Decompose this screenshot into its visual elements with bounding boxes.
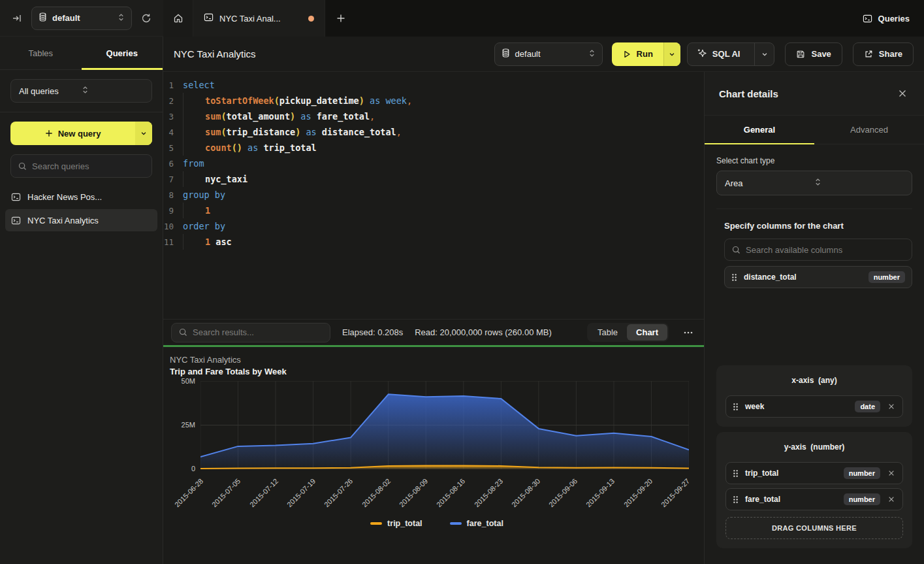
code-line[interactable]: 1select: [163, 77, 704, 93]
column-item-fare_total[interactable]: fare_totalnumber: [725, 488, 903, 510]
columns-heading: Specify columns for the chart: [724, 221, 912, 231]
new-query-dropdown[interactable]: [135, 122, 152, 145]
run-database-selector[interactable]: default: [494, 42, 603, 66]
sql-ai-dropdown[interactable]: [754, 43, 774, 65]
tab-advanced[interactable]: Advanced: [814, 116, 924, 144]
code-text: nyc_taxi: [183, 171, 247, 187]
chart-details-title: Chart details: [719, 88, 895, 99]
tab-nyc-taxi-analytics[interactable]: NYC Taxi Anal...: [193, 0, 325, 37]
query-search-input[interactable]: [32, 161, 144, 171]
line-number: 10: [163, 222, 183, 231]
code-line[interactable]: 10order by: [163, 218, 704, 234]
more-options-button[interactable]: [680, 325, 696, 340]
column-name: trip_total: [745, 469, 837, 478]
close-panel-button[interactable]: [895, 86, 910, 101]
remove-column-icon[interactable]: [887, 469, 896, 478]
code-line[interactable]: 5count() as trip_total: [163, 140, 704, 156]
plus-icon: [336, 14, 345, 23]
run-options-dropdown[interactable]: [663, 42, 680, 66]
code-line[interactable]: 2toStartOfWeek(pickup_datetime) as week,: [163, 93, 704, 108]
query-filter-select[interactable]: All queries: [10, 79, 152, 103]
drag-handle-icon[interactable]: [733, 469, 739, 478]
code-line[interactable]: 6from: [163, 156, 704, 171]
chart-title: NYC Taxi Analytics: [170, 355, 704, 365]
line-number: 7: [163, 174, 183, 184]
results-search-input[interactable]: [193, 327, 323, 337]
tab-label: Advanced: [850, 125, 888, 135]
terminal-icon: [204, 12, 214, 24]
view-toggle-chart[interactable]: Chart: [627, 324, 667, 340]
chart-subtitle: Trip and Fare Totals by Week: [170, 367, 704, 376]
line-number: 9: [163, 206, 183, 216]
remove-column-icon[interactable]: [887, 495, 896, 504]
legend-label: trip_total: [387, 519, 422, 528]
legend-swatch: [450, 522, 462, 525]
save-button[interactable]: Save: [785, 42, 842, 66]
remove-column-icon[interactable]: [887, 402, 896, 411]
new-tab-button[interactable]: [325, 0, 357, 37]
code-line[interactable]: 4sum(trip_distance) as distance_total,: [163, 124, 704, 140]
y-axis-tick: 25M: [170, 421, 200, 429]
column-name: fare_total: [745, 495, 837, 504]
results-toolbar: Elapsed: 0.208s Read: 20,000,000 rows (2…: [163, 319, 704, 345]
app-window: default NYC Taxi Anal...: [0, 0, 924, 564]
query-list-item[interactable]: Hacker News Pos...: [5, 186, 157, 208]
column-item-distance_total[interactable]: distance_totalnumber: [724, 266, 912, 288]
y-axis-card: y-axis (number) trip_totalnumberfare_tot…: [716, 432, 912, 548]
columns-search: [724, 239, 912, 261]
database-icon: [39, 12, 47, 24]
x-axis-label: 2015-08-02: [349, 477, 392, 520]
code-line[interactable]: 7nyc_taxi: [163, 171, 704, 187]
columns-search-input[interactable]: [746, 245, 904, 255]
drag-handle-icon[interactable]: [733, 403, 739, 411]
query-list-item[interactable]: NYC Taxi Analytics: [5, 209, 157, 231]
code-line[interactable]: 111 asc: [163, 234, 704, 250]
search-icon: [732, 246, 741, 254]
home-tab-button[interactable]: [163, 0, 193, 37]
line-number: 3: [163, 112, 183, 122]
column-item-trip_total[interactable]: trip_totalnumber: [725, 462, 903, 484]
code-line[interactable]: 91: [163, 203, 704, 218]
tab-label: General: [744, 125, 775, 135]
tab-general[interactable]: General: [705, 116, 814, 144]
queries-button[interactable]: Queries: [848, 0, 924, 37]
y-axis-items: trip_totalnumberfare_totalnumber: [725, 462, 903, 510]
play-icon: [622, 50, 631, 59]
chevron-updown-icon: [118, 13, 125, 24]
close-icon: [898, 89, 907, 98]
drag-handle-icon[interactable]: [733, 495, 739, 504]
elapsed-time: Elapsed: 0.208s: [342, 327, 403, 337]
column-item-week[interactable]: weekdate: [725, 395, 903, 418]
query-list: Hacker News Pos...NYC Taxi Analytics: [5, 186, 157, 231]
code-text: order by: [183, 218, 225, 234]
code-line[interactable]: 8group by: [163, 187, 704, 203]
run-database-value: default: [515, 49, 583, 59]
sidebar-tab-tables[interactable]: Tables: [0, 37, 82, 69]
code-text: 1: [183, 203, 210, 218]
refresh-button[interactable]: [138, 10, 154, 26]
code-text: sum(total_amount) as fare_total,: [183, 108, 375, 124]
chart-details-panel: Chart details General Advanced: [704, 72, 924, 564]
sidebar-tab-queries[interactable]: Queries: [82, 37, 163, 69]
sql-ai-button[interactable]: SQL AI: [687, 42, 775, 66]
x-axis-label: 2015-08-16: [424, 477, 466, 520]
chevron-down-icon: [669, 51, 675, 58]
run-button[interactable]: Run: [612, 42, 680, 66]
collapse-sidebar-button[interactable]: [9, 10, 25, 26]
drop-zone[interactable]: DRAG COLUMNS HERE: [725, 517, 903, 539]
chart-type-select[interactable]: Area: [716, 171, 912, 195]
legend-item-trip_total[interactable]: trip_total: [370, 519, 422, 528]
code-line[interactable]: 3sum(total_amount) as fare_total,: [163, 108, 704, 124]
x-axis-label: 2015-08-23: [462, 477, 504, 520]
share-button[interactable]: Share: [853, 42, 914, 66]
new-query-button[interactable]: New query: [10, 122, 152, 145]
code-text: select: [183, 77, 215, 93]
chart-type-label: Select chart type: [716, 156, 912, 165]
y-axis-title: y-axis (number): [725, 439, 903, 458]
chart-plot-area[interactable]: 50M 25M 0: [200, 381, 689, 469]
legend-item-fare_total[interactable]: fare_total: [450, 519, 503, 528]
view-toggle-table[interactable]: Table: [588, 324, 627, 340]
database-selector[interactable]: default: [31, 7, 132, 30]
drag-handle-icon[interactable]: [731, 273, 737, 282]
sql-editor[interactable]: 1select2toStartOfWeek(pickup_datetime) a…: [163, 72, 704, 319]
